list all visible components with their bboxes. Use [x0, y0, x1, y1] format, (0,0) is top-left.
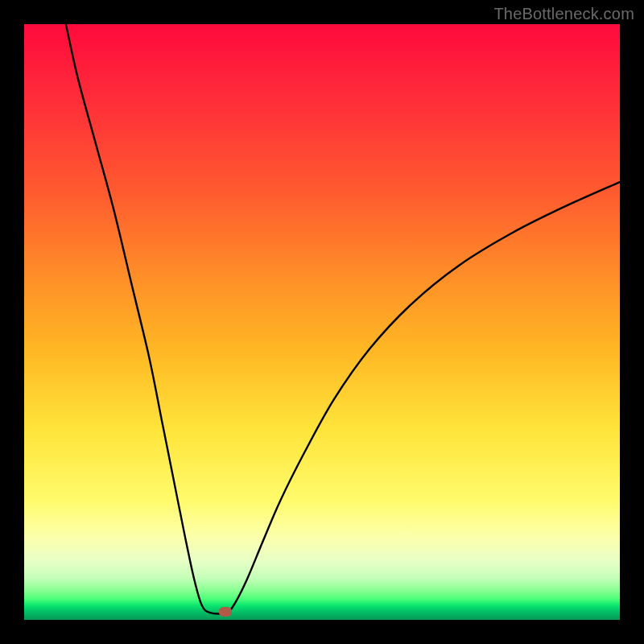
watermark-text: TheBottleneck.com	[493, 5, 634, 23]
bottleneck-marker	[219, 607, 232, 617]
chart-frame: TheBottleneck.com	[0, 0, 644, 644]
curve-svg	[24, 24, 620, 620]
plot-area	[24, 24, 620, 620]
bottleneck-curve	[66, 24, 620, 614]
